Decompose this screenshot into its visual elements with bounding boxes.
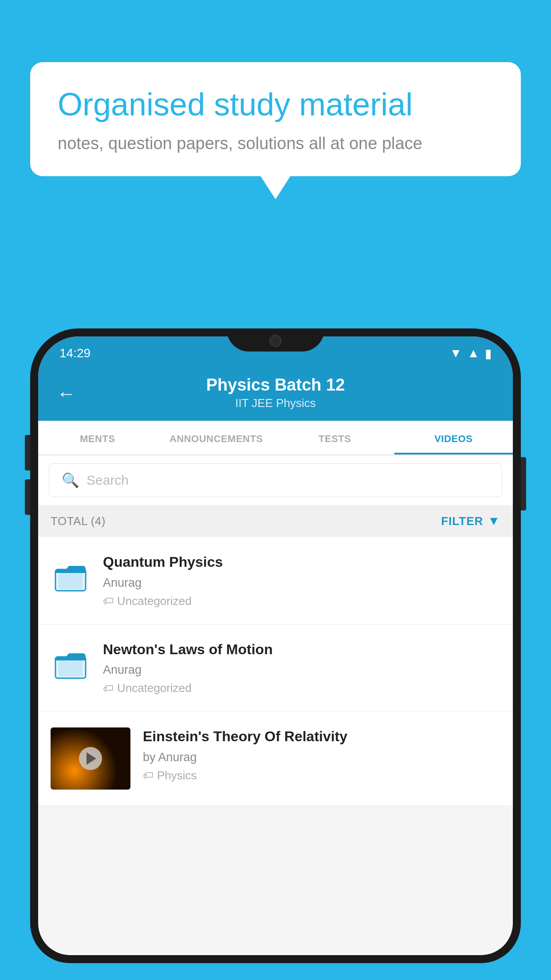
tab-announcements[interactable]: ANNOUNCEMENTS: [157, 421, 276, 454]
folder-icon: [54, 647, 87, 681]
list-item[interactable]: Newton's Laws of Motion Anurag 🏷 Uncateg…: [38, 624, 513, 712]
power-button: [521, 457, 526, 510]
video-list: Quantum Physics Anurag 🏷 Uncategorized: [38, 537, 513, 806]
video-item-author: Anurag: [103, 576, 500, 590]
status-time: 14:29: [59, 346, 91, 360]
tag-icon: 🏷: [143, 769, 153, 782]
video-item-title: Quantum Physics: [103, 553, 500, 572]
speech-bubble: Organised study material notes, question…: [30, 62, 521, 176]
app-header: ← Physics Batch 12 IIT JEE Physics: [38, 367, 513, 421]
speech-bubble-container: Organised study material notes, question…: [30, 62, 521, 176]
play-button[interactable]: [79, 747, 102, 770]
svg-rect-3: [58, 660, 83, 676]
signal-icon: ▲: [467, 346, 480, 360]
phone-frame: 14:29 ▼ ▲ ▮ ← Physics Batch 12 IIT JEE P…: [30, 328, 521, 980]
folder-icon-container: [51, 557, 91, 597]
battery-icon: ▮: [485, 346, 492, 361]
video-thumbnail: [51, 727, 130, 790]
video-item-author: Anurag: [103, 663, 500, 677]
search-placeholder: Search: [87, 473, 129, 488]
list-item[interactable]: Quantum Physics Anurag 🏷 Uncategorized: [38, 537, 513, 624]
header-title: Physics Batch 12: [59, 375, 492, 395]
filter-button[interactable]: FILTER ▼: [441, 514, 500, 528]
bubble-subtitle: notes, question papers, solutions all at…: [58, 134, 493, 153]
volume-up-button: [25, 435, 30, 470]
tag-icon: 🏷: [103, 595, 114, 607]
video-item-tag: 🏷 Physics: [143, 769, 500, 782]
video-item-author: by Anurag: [143, 751, 500, 764]
tag-text: Uncategorized: [117, 594, 192, 608]
phone-screen: 14:29 ▼ ▲ ▮ ← Physics Batch 12 IIT JEE P…: [38, 336, 513, 955]
tag-icon: 🏷: [103, 682, 114, 695]
back-button[interactable]: ←: [57, 383, 75, 404]
folder-icon-container: [51, 644, 91, 684]
video-item-title: Einstein's Theory Of Relativity: [143, 727, 500, 746]
phone-outer: 14:29 ▼ ▲ ▮ ← Physics Batch 12 IIT JEE P…: [30, 328, 521, 963]
tag-text: Physics: [157, 769, 197, 782]
video-item-tag: 🏷 Uncategorized: [103, 681, 500, 695]
folder-icon: [54, 560, 87, 593]
tab-ments[interactable]: MENTS: [38, 421, 157, 454]
volume-down-button: [25, 479, 30, 515]
svg-rect-1: [58, 573, 83, 589]
search-icon: 🔍: [62, 472, 79, 489]
filter-icon: ▼: [488, 514, 500, 528]
video-item-info: Quantum Physics Anurag 🏷 Uncategorized: [103, 553, 500, 608]
front-camera: [269, 335, 282, 347]
video-item-info: Newton's Laws of Motion Anurag 🏷 Uncateg…: [103, 640, 500, 695]
tab-videos[interactable]: VIDEOS: [394, 421, 513, 454]
video-item-info: Einstein's Theory Of Relativity by Anura…: [143, 727, 500, 782]
filter-bar: TOTAL (4) FILTER ▼: [38, 505, 513, 537]
header-subtitle: IIT JEE Physics: [59, 396, 492, 410]
list-item[interactable]: Einstein's Theory Of Relativity by Anura…: [38, 711, 513, 806]
phone-notch: [227, 328, 324, 352]
search-box[interactable]: 🔍 Search: [49, 463, 502, 497]
tabs-bar: MENTS ANNOUNCEMENTS TESTS VIDEOS: [38, 421, 513, 455]
total-count: TOTAL (4): [51, 514, 106, 528]
tab-tests[interactable]: TESTS: [276, 421, 394, 454]
video-item-title: Newton's Laws of Motion: [103, 640, 500, 659]
video-item-tag: 🏷 Uncategorized: [103, 594, 500, 608]
tag-text: Uncategorized: [117, 681, 192, 695]
play-triangle-icon: [87, 752, 96, 765]
bubble-title: Organised study material: [58, 85, 493, 123]
filter-label: FILTER: [441, 514, 483, 528]
search-container: 🔍 Search: [38, 455, 513, 505]
status-icons: ▼ ▲ ▮: [450, 346, 492, 361]
wifi-icon: ▼: [450, 346, 462, 360]
